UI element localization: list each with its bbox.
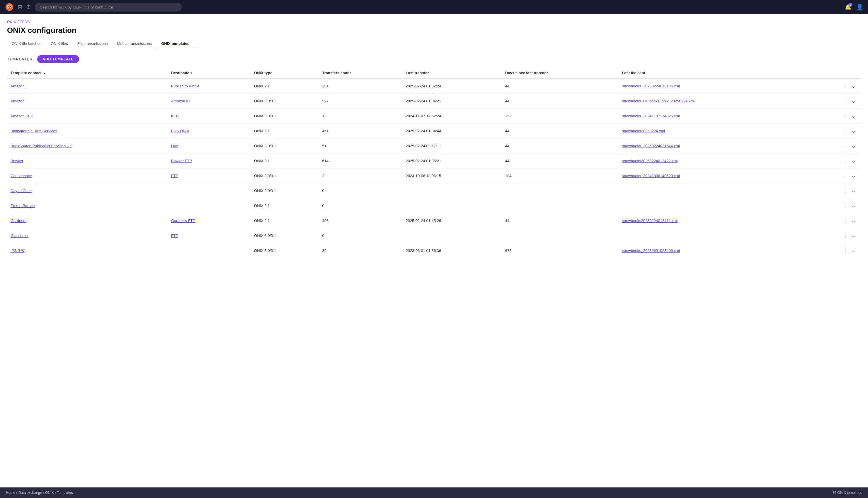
expand-row-button[interactable]: ⌄ <box>850 232 857 239</box>
top-navigation: ⊞ ⏱ 🔔 1 👤 <box>0 0 868 14</box>
last-file-link[interactable]: snowbooks20250224013411.xml <box>622 219 678 223</box>
more-options-button[interactable]: ⋮ <box>841 202 850 209</box>
more-options-button[interactable]: ⋮ <box>841 247 850 254</box>
row-actions-cell: ⋮⌄ <box>805 108 861 123</box>
contact-link[interactable]: Day of Code <box>11 188 32 193</box>
last-file-link[interactable]: snowbooks_20250224013136.xml <box>622 84 680 88</box>
days-since-cell: 678 <box>502 243 619 258</box>
onix-type-cell: ONIX 3.0/3.1 <box>250 168 319 183</box>
table-row: ConsonanceFTPONIX 3.0/3.122024-10-06 13:… <box>7 168 861 183</box>
col-template-contact[interactable]: Template contact ▲ <box>7 68 168 78</box>
last-transfer-cell: 2025-02-24 01:45:26 <box>402 213 502 228</box>
transfers-count-cell: 496 <box>319 213 402 228</box>
contact-link[interactable]: Bowker <box>11 159 23 163</box>
more-options-button[interactable]: ⋮ <box>841 172 850 180</box>
add-template-button[interactable]: ADD TEMPLATE <box>37 55 79 63</box>
contact-link[interactable]: Emma Barnes <box>11 204 35 208</box>
contact-link[interactable]: Glassboxx <box>11 234 28 238</box>
destination-link[interactable]: Bowker FTP <box>171 159 192 163</box>
contact-link[interactable]: IPS (UK) <box>11 248 26 253</box>
destination-link[interactable]: Publish to Kindle <box>171 84 200 88</box>
expand-row-button[interactable]: ⌄ <box>850 97 857 105</box>
last-file-link[interactable]: snowbooks20250224.xml <box>622 129 665 133</box>
grid-icon[interactable]: ⊞ <box>17 3 23 11</box>
last-transfer-cell: 2025-02-24 03:17:11 <box>402 139 502 153</box>
contact-link[interactable]: Amazon <box>11 99 25 103</box>
days-since-cell: 184 <box>502 168 619 183</box>
destination-link[interactable]: Amazon All <box>171 99 190 103</box>
templates-table: Template contact ▲ Destination ONIX type… <box>7 68 861 258</box>
destination-link[interactable]: FTP <box>171 174 178 178</box>
row-actions-cell: ⋮⌄ <box>805 168 861 183</box>
contact-link[interactable]: Amazon <box>11 84 25 88</box>
destination-link[interactable]: BDS ONIX <box>171 129 189 133</box>
last-file-link[interactable]: snowbooks_20241006140520.xml <box>622 174 680 178</box>
last-transfer-cell: 2025-02-24 01:32:24 <box>402 78 502 94</box>
table-row: Emma BarnesONIX 2.10⋮⌄ <box>7 198 861 213</box>
logo-icon[interactable] <box>5 2 14 12</box>
tab-onix-files[interactable]: ONIX files <box>46 39 73 49</box>
table-row: IPS (UK)ONIX 3.0/3.1392023-06-01 01:35:3… <box>7 243 861 258</box>
tab-onix-templates[interactable]: ONIX templates <box>157 39 194 49</box>
more-options-button[interactable]: ⋮ <box>841 187 850 195</box>
breadcrumb: ONIX FEEDS <box>7 20 861 24</box>
onix-type-cell: ONIX 2.1 <box>250 153 319 168</box>
row-actions-cell: ⋮⌄ <box>805 228 861 243</box>
tab-onix-file-batches[interactable]: ONIX file batches <box>7 39 46 49</box>
transfers-count-cell: 527 <box>319 94 402 108</box>
contact-link[interactable]: BookSource Publishing Services UK <box>11 144 72 148</box>
more-options-button[interactable]: ⋮ <box>841 127 850 135</box>
transfers-count-cell: 614 <box>319 153 402 168</box>
expand-row-button[interactable]: ⌄ <box>850 172 857 180</box>
last-file-link[interactable]: snowbooks_uk_books_onix_20250224.xml <box>622 99 694 103</box>
user-avatar[interactable]: 👤 <box>856 3 863 11</box>
last-file-link[interactable]: snowbooks_20241107174826.xml <box>622 114 680 118</box>
last-file-link[interactable]: snowbooks_20230601023406.xml <box>622 248 680 253</box>
more-options-button[interactable]: ⋮ <box>841 97 850 105</box>
row-actions-cell: ⋮⌄ <box>805 78 861 94</box>
search-input[interactable] <box>35 3 181 11</box>
more-options-button[interactable]: ⋮ <box>841 232 850 239</box>
destination-link[interactable]: Live <box>171 144 178 148</box>
expand-row-button[interactable]: ⌄ <box>850 202 857 209</box>
table-row: GardnersGardners FTPONIX 2.14962025-02-2… <box>7 213 861 228</box>
expand-row-button[interactable]: ⌄ <box>850 217 857 224</box>
expand-row-button[interactable]: ⌄ <box>850 127 857 135</box>
expand-row-button[interactable]: ⌄ <box>850 142 857 149</box>
contact-link[interactable]: Bibliographic Data Services <box>11 129 57 133</box>
onix-type-cell: ONIX 2.1 <box>250 213 319 228</box>
contact-link[interactable]: Amazon KEP <box>11 114 33 118</box>
transfers-count-cell: 39 <box>319 243 402 258</box>
templates-label: TEMPLATES <box>7 57 32 61</box>
expand-row-button[interactable]: ⌄ <box>850 157 857 165</box>
expand-row-button[interactable]: ⌄ <box>850 112 857 120</box>
days-since-cell <box>502 198 619 213</box>
more-options-button[interactable]: ⋮ <box>841 82 850 90</box>
expand-row-button[interactable]: ⌄ <box>850 187 857 195</box>
contact-link[interactable]: Consonance <box>11 174 32 178</box>
more-options-button[interactable]: ⋮ <box>841 142 850 149</box>
more-options-button[interactable]: ⋮ <box>841 157 850 165</box>
destination-link[interactable]: FTP <box>171 234 178 238</box>
page-content: ONIX FEEDS ONIX configuration ONIX file … <box>0 14 868 487</box>
expand-row-button[interactable]: ⌄ <box>850 82 857 90</box>
tab-file-transmissions[interactable]: File transmissions <box>73 39 112 49</box>
transfers-count-cell: 251 <box>319 78 402 94</box>
onix-type-cell: ONIX 3.0/3.1 <box>250 243 319 258</box>
tab-media-transmissions[interactable]: Media transmissions <box>112 39 157 49</box>
col-last-transfer: Last transfer <box>402 68 502 78</box>
col-destination: Destination <box>168 68 250 78</box>
contact-link[interactable]: Gardners <box>11 219 26 223</box>
destination-link[interactable]: KEP <box>171 114 179 118</box>
more-options-button[interactable]: ⋮ <box>841 112 850 120</box>
expand-row-button[interactable]: ⌄ <box>850 247 857 254</box>
last-file-link[interactable]: snowbooks_20250224031544.xml <box>622 144 680 148</box>
notifications-bell[interactable]: 🔔 1 <box>845 4 851 10</box>
table-header-row: Template contact ▲ Destination ONIX type… <box>7 68 861 78</box>
last-transfer-cell: 2025-02-24 01:34:21 <box>402 94 502 108</box>
last-file-link[interactable]: snowbooks20250224013422.xml <box>622 159 678 163</box>
history-icon[interactable]: ⏱ <box>26 4 31 10</box>
destination-link[interactable]: Gardners FTP <box>171 219 195 223</box>
more-options-button[interactable]: ⋮ <box>841 217 850 224</box>
templates-header: TEMPLATES ADD TEMPLATE <box>7 55 861 63</box>
